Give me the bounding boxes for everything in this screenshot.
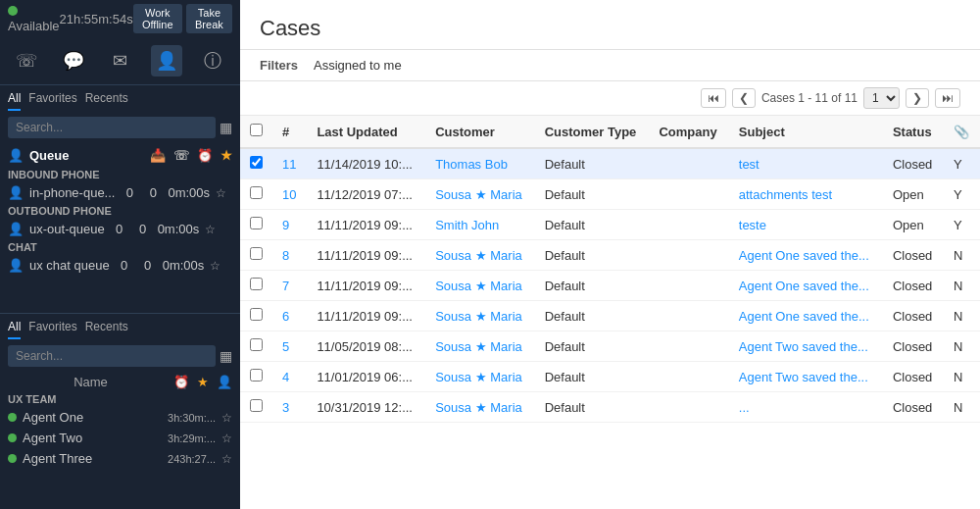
queue-phone-icon[interactable]: ☏ bbox=[173, 148, 189, 163]
customer-link[interactable]: Sousa ★ Maria bbox=[435, 187, 522, 202]
table-row[interactable]: 4 11/01/2019 06:... Sousa ★ Maria Defaul… bbox=[240, 362, 980, 392]
case-id-link[interactable]: 3 bbox=[282, 400, 289, 415]
phone-icon[interactable]: ☏ bbox=[12, 45, 43, 76]
queue-header-icons: 📥 ☏ ⏰ ★ bbox=[150, 148, 232, 163]
subject-link[interactable]: attachments test bbox=[739, 187, 832, 202]
table-row[interactable]: 10 11/12/2019 07:... Sousa ★ Maria Defau… bbox=[240, 179, 980, 210]
customer-link[interactable]: Smith John bbox=[435, 218, 499, 232]
last-page-button[interactable]: ⏭ bbox=[935, 88, 960, 108]
agent-row-1[interactable]: Agent Two 3h:29m:... ☆ bbox=[0, 428, 240, 448]
chat-count-1: 0 bbox=[116, 258, 133, 273]
table-row[interactable]: 3 10/31/2019 12:... Sousa ★ Maria Defaul… bbox=[240, 392, 980, 423]
inbound-star[interactable]: ☆ bbox=[216, 186, 226, 200]
customer-link[interactable]: Sousa ★ Maria bbox=[435, 339, 522, 354]
table-row[interactable]: 6 11/11/2019 09:... Sousa ★ Maria Defaul… bbox=[240, 301, 980, 331]
sidebar-nav: ☏ 💬 ✉ 👤 ⓘ bbox=[0, 37, 240, 85]
table-row[interactable]: 9 11/11/2019 09:... Smith John Default t… bbox=[240, 210, 980, 240]
agent-add-col-icon[interactable]: 👤 bbox=[217, 375, 232, 389]
row-subject: Agent One saved the... bbox=[729, 301, 883, 331]
tab-favorites-top[interactable]: Favorites bbox=[28, 91, 76, 111]
customer-link[interactable]: Sousa ★ Maria bbox=[435, 309, 522, 324]
agent-filter-icon[interactable]: ▦ bbox=[220, 348, 232, 364]
tab-all-top[interactable]: All bbox=[8, 91, 21, 111]
subject-link[interactable]: ... bbox=[739, 400, 750, 415]
row-checkbox[interactable] bbox=[250, 308, 263, 321]
queue-star-icon[interactable]: ★ bbox=[220, 148, 232, 163]
email-icon[interactable]: ✉ bbox=[104, 45, 135, 76]
row-checkbox[interactable] bbox=[250, 217, 263, 229]
row-checkbox[interactable] bbox=[250, 338, 263, 351]
queue-search-input[interactable] bbox=[8, 117, 216, 138]
tab-all-bottom[interactable]: All bbox=[8, 320, 21, 339]
chat-icon[interactable]: 💬 bbox=[58, 45, 89, 76]
agent-row-2[interactable]: Agent Three 243h:27... ☆ bbox=[0, 448, 240, 469]
agent-search-input[interactable] bbox=[8, 345, 216, 367]
subject-link[interactable]: teste bbox=[739, 218, 766, 232]
subject-link[interactable]: Agent One saved the... bbox=[739, 248, 869, 263]
tab-recents-top[interactable]: Recents bbox=[85, 91, 128, 111]
customer-link[interactable]: Sousa ★ Maria bbox=[435, 400, 522, 415]
subject-link[interactable]: Agent Two saved the... bbox=[739, 339, 868, 354]
row-checkbox[interactable] bbox=[250, 278, 263, 290]
col-header-checkbox bbox=[240, 116, 272, 148]
filter-icon[interactable]: ▦ bbox=[220, 120, 232, 135]
agent-row-0[interactable]: Agent One 3h:30m:... ☆ bbox=[0, 407, 240, 428]
row-subject: Agent One saved the... bbox=[729, 271, 883, 301]
agent-2-star[interactable]: ☆ bbox=[221, 452, 232, 466]
agent-list-header: Name ⏰ ★ 👤 bbox=[0, 373, 240, 391]
case-id-link[interactable]: 4 bbox=[282, 370, 289, 384]
next-page-button[interactable]: ❯ bbox=[906, 88, 929, 108]
row-customer-type: Default bbox=[535, 179, 650, 210]
page-title: Cases bbox=[260, 16, 960, 41]
cases-table: # Last Updated Customer Customer Type Co… bbox=[240, 116, 980, 423]
person-icon[interactable]: 👤 bbox=[151, 45, 182, 76]
table-row[interactable]: 8 11/11/2019 09:... Sousa ★ Maria Defaul… bbox=[240, 240, 980, 271]
table-row[interactable]: 11 11/14/2019 10:... Thomas Bob Default … bbox=[240, 148, 980, 179]
customer-link[interactable]: Sousa ★ Maria bbox=[435, 248, 522, 263]
row-checkbox[interactable] bbox=[250, 399, 263, 412]
customer-link[interactable]: Sousa ★ Maria bbox=[435, 279, 522, 293]
subject-link[interactable]: Agent One saved the... bbox=[739, 279, 869, 293]
subject-link[interactable]: Agent Two saved the... bbox=[739, 370, 868, 384]
row-checkbox[interactable] bbox=[250, 156, 263, 169]
row-checkbox[interactable] bbox=[250, 186, 263, 199]
row-checkbox-cell bbox=[240, 362, 272, 392]
table-row[interactable]: 5 11/05/2019 08:... Sousa ★ Maria Defaul… bbox=[240, 331, 980, 362]
row-subject: teste bbox=[729, 210, 883, 240]
row-status: Closed bbox=[883, 362, 944, 392]
select-all-checkbox[interactable] bbox=[250, 124, 263, 136]
queue-add-icon[interactable]: 📥 bbox=[150, 148, 166, 163]
case-id-link[interactable]: 10 bbox=[282, 187, 296, 202]
subject-link[interactable]: test bbox=[739, 157, 760, 172]
outbound-star[interactable]: ☆ bbox=[205, 223, 216, 236]
take-break-button[interactable]: Take Break bbox=[186, 4, 232, 33]
agent-0-star[interactable]: ☆ bbox=[221, 411, 232, 425]
tab-favorites-bottom[interactable]: Favorites bbox=[28, 320, 76, 339]
case-id-link[interactable]: 6 bbox=[282, 309, 289, 324]
info-icon[interactable]: ⓘ bbox=[197, 45, 228, 76]
case-id-link[interactable]: 11 bbox=[282, 157, 296, 172]
row-checkbox[interactable] bbox=[250, 369, 263, 382]
chat-star[interactable]: ☆ bbox=[210, 259, 220, 273]
row-company bbox=[649, 301, 728, 331]
case-id-link[interactable]: 5 bbox=[282, 339, 289, 354]
agent-1-star[interactable]: ☆ bbox=[221, 432, 232, 445]
queue-clock-icon[interactable]: ⏰ bbox=[197, 148, 213, 163]
pagination-page-select[interactable]: 1 bbox=[863, 87, 900, 109]
case-id-link[interactable]: 8 bbox=[282, 248, 289, 263]
row-customer-type: Default bbox=[535, 148, 650, 179]
case-id-link[interactable]: 7 bbox=[282, 279, 289, 293]
case-id-link[interactable]: 9 bbox=[282, 218, 289, 232]
work-offline-button[interactable]: Work Offline bbox=[133, 4, 182, 33]
table-row[interactable]: 7 11/11/2019 09:... Sousa ★ Maria Defaul… bbox=[240, 271, 980, 301]
row-customer-type: Default bbox=[535, 301, 650, 331]
subject-link[interactable]: Agent One saved the... bbox=[739, 309, 869, 324]
inbound-phone-label: INBOUND PHONE bbox=[8, 167, 232, 182]
prev-page-button[interactable]: ❮ bbox=[732, 88, 756, 108]
inbound-time: 0m:00s bbox=[168, 185, 210, 200]
row-checkbox[interactable] bbox=[250, 247, 263, 260]
tab-recents-bottom[interactable]: Recents bbox=[85, 320, 128, 339]
first-page-button[interactable]: ⏮ bbox=[701, 88, 726, 108]
customer-link[interactable]: Thomas Bob bbox=[435, 157, 508, 172]
customer-link[interactable]: Sousa ★ Maria bbox=[435, 370, 522, 384]
